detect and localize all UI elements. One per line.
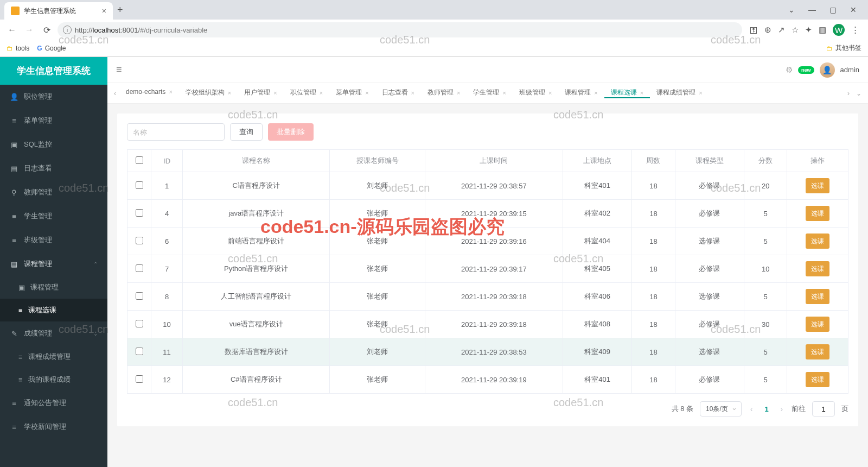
page-tab[interactable]: 课程管理× [558, 88, 604, 97]
row-checkbox[interactable] [136, 320, 143, 327]
bookmark-google[interactable]: GGoogle [37, 45, 66, 52]
bookmark-tools[interactable]: 🗀tools [7, 45, 29, 52]
sidebar-item[interactable]: ▤日志查看 [0, 156, 107, 180]
page-tab[interactable]: 课程成绩管理× [650, 88, 709, 97]
page-size-select[interactable]: 10条/页 [700, 401, 742, 416]
batch-delete-button[interactable]: 批量删除 [268, 123, 314, 141]
page-prev[interactable]: ‹ [748, 405, 755, 413]
page-tab[interactable]: 教师管理× [421, 88, 467, 97]
select-course-button[interactable]: 选课 [806, 234, 829, 249]
row-checkbox[interactable] [136, 209, 143, 217]
tabs-menu-icon[interactable]: ⌄ [853, 90, 865, 97]
sidebar-item[interactable]: ≡班级管理 [0, 228, 107, 252]
tab-close-icon[interactable]: × [365, 90, 368, 96]
row-checkbox[interactable] [136, 375, 143, 383]
reading-list-icon[interactable]: ▥ [819, 25, 826, 35]
row-checkbox[interactable] [136, 264, 143, 272]
sidebar-item-label: 学生管理 [24, 211, 52, 221]
sidebar-item[interactable]: ▤课程管理⌃ [0, 252, 107, 276]
close-icon[interactable]: ✕ [845, 5, 861, 14]
tab-close-icon[interactable]: × [640, 90, 643, 96]
sidebar-item[interactable]: 👤职位管理 [0, 85, 107, 109]
page-tab[interactable]: 日志查看× [375, 88, 421, 97]
sidebar-item[interactable]: ⚲教师管理 [0, 180, 107, 204]
sidebar-item[interactable]: ≡菜单管理 [0, 109, 107, 132]
tabs-scroll-right[interactable]: › [844, 90, 853, 97]
select-course-button[interactable]: 选课 [806, 372, 829, 387]
row-checkbox[interactable] [136, 181, 143, 189]
row-checkbox[interactable] [136, 292, 143, 300]
chevron-down-icon[interactable]: ⌄ [783, 5, 800, 14]
select-course-button[interactable]: 选课 [806, 206, 829, 221]
tab-close-icon[interactable]: × [457, 90, 460, 96]
forward-button[interactable]: → [23, 25, 36, 35]
select-all-checkbox[interactable] [136, 156, 143, 164]
bookmark-star-icon[interactable]: ☆ [792, 25, 799, 35]
tab-close-icon[interactable]: × [320, 90, 323, 96]
key-icon[interactable]: ⚿ [750, 26, 758, 35]
sidebar-item[interactable]: ≡学校新闻管理 [0, 415, 107, 439]
url-input[interactable]: i http://localhost:8001/#/dj-curricula-v… [58, 22, 742, 37]
sidebar-subitem[interactable]: ≡课程选课 [0, 299, 107, 321]
select-course-button[interactable]: 选课 [806, 317, 829, 332]
sidebar-item-label: 菜单管理 [24, 116, 52, 125]
page-tab[interactable]: 用户管理× [238, 88, 283, 97]
tabs-scroll-left[interactable]: ‹ [111, 90, 119, 97]
tab-close-icon[interactable]: × [169, 89, 172, 95]
page-tab[interactable]: 学生管理× [467, 88, 512, 97]
sidebar-item[interactable]: ≡学生管理 [0, 204, 107, 228]
share-icon[interactable]: ↗ [778, 25, 785, 35]
page-tab[interactable]: 职位管理× [284, 88, 329, 97]
cell-type: 选修课 [675, 228, 744, 255]
tab-close-icon[interactable]: × [502, 90, 506, 96]
select-course-button[interactable]: 选课 [806, 261, 829, 276]
menu-icon[interactable]: ⋮ [851, 25, 859, 35]
sidebar-item[interactable]: ✎成绩管理⌄ [0, 321, 107, 345]
gear-icon[interactable]: ⚙ [786, 65, 793, 75]
row-checkbox[interactable] [136, 348, 143, 355]
page-tab[interactable]: 学校组织架构× [179, 88, 238, 97]
tab-close-icon[interactable]: × [411, 90, 414, 96]
query-button[interactable]: 查询 [230, 123, 263, 141]
row-checkbox[interactable] [136, 237, 143, 244]
sidebar-subitem[interactable]: ≡课程成绩管理 [0, 345, 107, 368]
minimize-icon[interactable]: — [804, 5, 820, 14]
extensions-icon[interactable]: ✦ [805, 25, 812, 35]
cell-teacher: 张老师 [330, 200, 425, 228]
back-button[interactable]: ← [5, 25, 18, 35]
tab-close-icon[interactable]: × [594, 90, 597, 96]
new-tab-button[interactable]: + [117, 4, 123, 16]
browser-tab[interactable]: 学生信息管理系统 × [4, 2, 113, 20]
site-info-icon[interactable]: i [63, 26, 72, 34]
search-input[interactable] [127, 123, 225, 141]
cell-teacher: 张老师 [330, 366, 425, 394]
tab-close-icon[interactable]: × [228, 90, 231, 96]
select-course-button[interactable]: 选课 [806, 178, 829, 193]
page-tab[interactable]: demo-echarts× [119, 88, 179, 96]
page-number[interactable]: 1 [761, 405, 771, 413]
sidebar-subitem[interactable]: ≡我的课程成绩 [0, 368, 107, 391]
table-header-cell: 上课时间 [425, 150, 563, 172]
page-next[interactable]: › [778, 405, 785, 413]
user-avatar[interactable]: 👤 [820, 62, 835, 78]
tab-close-icon[interactable]: × [273, 90, 277, 96]
tab-close-icon[interactable]: × [699, 90, 702, 96]
page-goto-input[interactable] [812, 401, 835, 416]
select-course-button[interactable]: 选课 [806, 344, 829, 359]
sidebar-item[interactable]: ▣SQL监控 [0, 132, 107, 156]
tab-close-icon[interactable]: × [102, 7, 106, 15]
select-course-button[interactable]: 选课 [806, 289, 829, 304]
zoom-icon[interactable]: ⊕ [764, 25, 771, 35]
cell-weeks: 18 [632, 311, 675, 338]
bookmark-other[interactable]: 🗀其他书签 [826, 43, 861, 53]
maximize-icon[interactable]: ▢ [825, 5, 841, 14]
reload-button[interactable]: ⟳ [40, 25, 53, 35]
hamburger-icon[interactable]: ≡ [116, 64, 122, 75]
tab-close-icon[interactable]: × [548, 90, 552, 96]
profile-avatar[interactable]: W [833, 24, 845, 36]
sidebar-subitem[interactable]: ▣课程管理 [0, 276, 107, 299]
sidebar-item[interactable]: ≡通知公告管理 [0, 391, 107, 415]
page-tab[interactable]: 课程选课× [604, 88, 650, 98]
page-tab[interactable]: 班级管理× [513, 88, 558, 97]
page-tab[interactable]: 菜单管理× [329, 88, 375, 97]
